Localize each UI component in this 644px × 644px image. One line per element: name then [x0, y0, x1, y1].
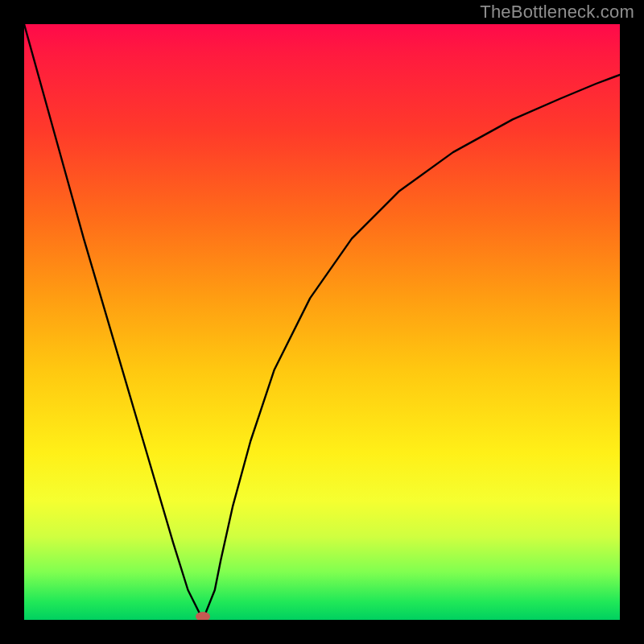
watermark-label: TheBottleneck.com — [480, 2, 634, 23]
bottleneck-minimum-marker — [196, 612, 210, 620]
chart-frame: TheBottleneck.com — [0, 0, 644, 644]
plot-area — [24, 24, 620, 620]
bottleneck-curve — [24, 24, 620, 620]
curve-svg — [24, 24, 620, 620]
